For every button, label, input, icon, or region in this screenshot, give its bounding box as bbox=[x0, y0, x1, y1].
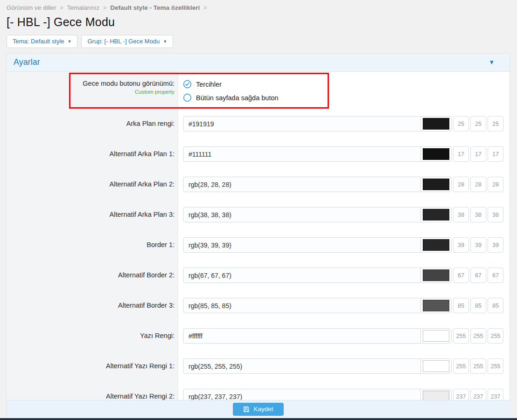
panel-body: Gece modu butonu görünümü: Custom proper… bbox=[7, 72, 510, 420]
radio-option-label: Tercihler bbox=[196, 81, 222, 88]
color-label-cell: Alternatif Arka Plan 1: bbox=[7, 146, 178, 177]
rgb-green-cell: 67 bbox=[470, 268, 486, 283]
rgb-blue-cell: 67 bbox=[488, 268, 503, 283]
color-setting-row: Yazı Rengi: 255 255 255 bbox=[7, 328, 510, 358]
panel-header[interactable]: Ayarlar ▼ bbox=[7, 54, 510, 72]
row-label: Alternatif Yazı Rengi 2: bbox=[7, 389, 175, 400]
rgb-red-cell: 38 bbox=[453, 207, 469, 222]
color-swatch-box bbox=[420, 116, 452, 131]
color-content-cell: 67 67 67 bbox=[178, 268, 510, 298]
color-input-group: 85 85 85 bbox=[183, 298, 503, 313]
chevron-down-icon: ▼ bbox=[163, 39, 167, 44]
rgb-green-cell: 25 bbox=[470, 116, 486, 131]
color-label-cell: Alternatif Arka Plan 2: bbox=[7, 177, 178, 207]
group-select-label: Grup: [- HBL -] Gece Modu bbox=[87, 38, 160, 45]
radio-unselected-icon bbox=[183, 93, 192, 102]
color-setting-row: Border 1: 39 39 39 bbox=[7, 237, 510, 268]
radio-selected-icon bbox=[183, 80, 192, 89]
row-label: Alternatif Arka Plan 1: bbox=[7, 146, 175, 158]
radio-option-label: Bütün sayfada sağda buton bbox=[196, 94, 279, 102]
color-value-input[interactable] bbox=[183, 328, 420, 344]
color-value-input[interactable] bbox=[183, 268, 420, 283]
breadcrumb-item[interactable]: Temalarınız bbox=[67, 4, 100, 11]
rgb-red-cell: 255 bbox=[453, 328, 469, 344]
row-label: Arka Plan rengi: bbox=[7, 116, 175, 127]
rgb-blue-cell: 38 bbox=[488, 207, 503, 222]
color-content-cell: 38 38 38 bbox=[178, 207, 510, 237]
group-select-button[interactable]: Grup: [- HBL -] Gece Modu ▼ bbox=[81, 35, 173, 48]
color-swatch-box bbox=[420, 268, 452, 283]
panel-title: Ayarlar bbox=[14, 57, 40, 67]
rgb-red-cell: 255 bbox=[453, 358, 469, 374]
breadcrumb-item[interactable]: Default style - Tema özellikleri bbox=[110, 4, 200, 11]
color-value-input[interactable] bbox=[183, 237, 420, 253]
color-input-group: 38 38 38 bbox=[183, 207, 503, 222]
color-value-input[interactable] bbox=[183, 177, 420, 192]
row-label: Alternatif Border 2: bbox=[7, 268, 175, 279]
color-value-input[interactable] bbox=[183, 116, 420, 131]
rgb-blue-cell: 255 bbox=[488, 328, 503, 344]
color-setting-row: Alternatif Arka Plan 3: 38 38 38 bbox=[7, 207, 510, 237]
color-input-group: 255 255 255 bbox=[183, 358, 503, 374]
row-label: Alternatif Arka Plan 3: bbox=[7, 207, 175, 218]
theme-select-button[interactable]: Tema: Default style ▼ bbox=[7, 35, 77, 48]
breadcrumb-item[interactable]: Görünüm ve diller bbox=[7, 4, 56, 11]
chevron-down-icon: ▼ bbox=[68, 39, 72, 44]
color-value-input[interactable] bbox=[183, 298, 420, 313]
rgb-red-cell: 67 bbox=[453, 268, 469, 283]
color-swatch bbox=[423, 300, 449, 311]
color-value-input[interactable] bbox=[183, 146, 420, 162]
color-swatch bbox=[423, 209, 449, 220]
color-swatch-box bbox=[420, 328, 452, 344]
row-label: Alternatif Border 3: bbox=[7, 298, 175, 309]
row-label: Border 1: bbox=[7, 237, 175, 248]
custom-property-tag: Custom property bbox=[7, 89, 175, 95]
color-label-cell: Alternatif Arka Plan 3: bbox=[7, 207, 178, 237]
color-setting-row: Alternatif Arka Plan 2: 28 28 28 bbox=[7, 177, 510, 207]
rgb-green-cell: 17 bbox=[470, 146, 486, 162]
color-swatch bbox=[423, 360, 449, 372]
radio-option[interactable]: Bütün sayfada sağda buton bbox=[183, 93, 503, 102]
rgb-blue-cell: 255 bbox=[488, 358, 503, 374]
color-swatch bbox=[423, 330, 449, 342]
color-content-cell: 39 39 39 bbox=[178, 237, 510, 268]
row-label: Alternatif Arka Plan 2: bbox=[7, 177, 175, 188]
rgb-green-cell: 85 bbox=[470, 298, 486, 313]
floppy-disk-icon bbox=[243, 406, 250, 413]
color-content-cell: 25 25 25 bbox=[178, 116, 510, 146]
save-button[interactable]: Kaydet bbox=[233, 403, 283, 416]
rgb-green-cell: 38 bbox=[470, 207, 486, 222]
color-swatch bbox=[423, 148, 449, 160]
rgb-blue-cell: 39 bbox=[488, 237, 503, 253]
color-rows: Arka Plan rengi: 25 25 25 Alternatif Ark… bbox=[7, 116, 510, 419]
rgb-red-cell: 25 bbox=[453, 116, 469, 131]
color-input-group: 17 17 17 bbox=[183, 146, 503, 162]
color-content-cell: 85 85 85 bbox=[178, 298, 510, 328]
breadcrumb-separator-icon: > bbox=[200, 5, 210, 11]
collapse-icon: ▼ bbox=[489, 59, 502, 66]
color-input-group: 39 39 39 bbox=[183, 237, 503, 253]
theme-select-label: Tema: Default style bbox=[13, 38, 64, 45]
rgb-red-cell: 85 bbox=[453, 298, 469, 313]
color-swatch-box bbox=[420, 177, 452, 192]
color-label-cell: Alternatif Border 2: bbox=[7, 268, 178, 298]
page: Görünüm ve diller>Temalarınız>Default st… bbox=[0, 0, 517, 420]
color-input-group: 255 255 255 bbox=[183, 328, 503, 344]
color-label-cell: Yazı Rengi: bbox=[7, 328, 178, 358]
breadcrumb-separator-icon: > bbox=[99, 5, 110, 11]
custom-property-row: Gece modu butonu görünümü: Custom proper… bbox=[7, 72, 510, 116]
toolbar: Tema: Default style ▼ Grup: [- HBL -] Ge… bbox=[7, 35, 510, 48]
color-swatch bbox=[423, 118, 449, 130]
radio-option[interactable]: Tercihler bbox=[183, 80, 503, 89]
color-value-input[interactable] bbox=[183, 358, 420, 374]
page-title: [- HBL -] Gece Modu bbox=[7, 15, 510, 29]
color-input-group: 25 25 25 bbox=[183, 116, 503, 131]
rgb-blue-cell: 17 bbox=[488, 146, 503, 162]
rgb-red-cell: 28 bbox=[453, 177, 469, 192]
bottom-dark-strip bbox=[0, 418, 517, 420]
rgb-green-cell: 39 bbox=[470, 237, 486, 253]
color-value-input[interactable] bbox=[183, 207, 420, 222]
rgb-red-cell: 39 bbox=[453, 237, 469, 253]
color-label-cell: Alternatif Border 3: bbox=[7, 298, 178, 328]
color-swatch-box bbox=[420, 358, 452, 374]
